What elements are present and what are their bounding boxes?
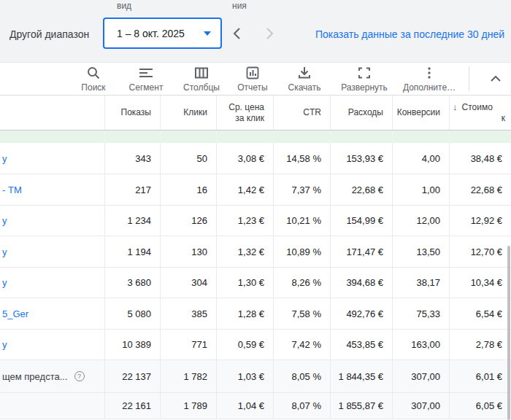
header-cell-impressions[interactable]: Показы — [104, 96, 160, 130]
cell-cost_per_conv: 6,54 € — [449, 298, 511, 329]
cell-cost_per_conv: 10,34 € — [449, 268, 511, 298]
header-cell-cost_per_conv[interactable]: ↓Стоимок — [449, 96, 511, 130]
cell-conversions: 4,00 — [392, 143, 449, 174]
table-row: - ТМ217161,42 €7,37 %22,68 €1,0022,68 € — [0, 174, 511, 206]
cell-impressions: 1 234 — [104, 206, 160, 236]
collapse-table-button[interactable] — [484, 67, 507, 90]
totals-label: щем предста... — [2, 371, 68, 382]
green-band-cell — [273, 131, 330, 143]
sort-descending-icon: ↓ — [453, 101, 458, 113]
campaign-link[interactable]: у — [2, 339, 7, 350]
vertical-scrollbar-thumb[interactable] — [507, 246, 510, 420]
cell-impressions: 3 680 — [104, 268, 160, 298]
cell-conversions: 75,33 — [392, 298, 449, 329]
green-band-cell — [216, 131, 273, 143]
green-band-cell — [449, 131, 511, 143]
table-row: у343503,08 €14,58 %153,93 €4,0038,48 € — [0, 143, 511, 174]
download-button[interactable]: Скачать — [276, 66, 333, 93]
campaign-link[interactable]: у — [2, 153, 7, 164]
row-label-cell: у — [0, 268, 104, 298]
next-period-button[interactable] — [261, 26, 277, 42]
table-row: у1 1941301,32 €10,89 %171,47 €13,5012,70… — [0, 236, 511, 268]
row-label-cell: у — [0, 236, 104, 267]
cell-conversions: 307,00 — [392, 393, 449, 419]
cell-ctr: 10,89 % — [273, 236, 330, 267]
cell-ctr: 7,37 % — [273, 174, 330, 205]
expand-button[interactable]: Развернуть — [333, 66, 396, 93]
cell-conversions: 307,00 — [392, 360, 449, 392]
reports-button[interactable]: Отчеты — [229, 66, 276, 93]
chevron-up-icon — [490, 75, 502, 82]
cell-avg_cpc: 1,23 € — [216, 206, 273, 236]
totals-label-cell: щем предста...? — [0, 360, 104, 392]
row-label-cell: у — [0, 143, 104, 174]
campaign-link[interactable]: у — [2, 246, 7, 257]
chevron-left-icon — [232, 27, 242, 40]
cell-clicks: 50 — [160, 143, 216, 174]
campaign-link[interactable]: у — [2, 277, 7, 288]
cell-impressions: 5 080 — [104, 298, 160, 329]
cell-cost: 22,68 € — [330, 174, 392, 205]
cell-cost: 492,76 € — [330, 298, 392, 329]
header-sorted-line1: ↓Стоимо — [453, 101, 505, 113]
help-icon[interactable]: ? — [74, 371, 85, 381]
row-label-cell: 5_Ger — [0, 298, 104, 329]
totals-row: 22 1611 7891,04 €8,07 %1 855,87 €307,006… — [0, 393, 511, 419]
header-cell-ctr[interactable]: CTR — [273, 96, 330, 130]
search-icon — [86, 66, 101, 80]
cell-impressions: 22 161 — [104, 393, 160, 419]
cell-conversions: 163,00 — [392, 330, 449, 359]
cell-ctr: 7,42 % — [273, 330, 330, 359]
cell-impressions: 1 194 — [104, 236, 160, 267]
cell-cost: 394,68 € — [330, 268, 392, 298]
cell-ctr: 10,21 % — [273, 206, 330, 236]
date-range-picker[interactable]: 1 – 8 окт. 2025 — [103, 18, 222, 49]
cell-avg_cpc: 1,04 € — [216, 393, 273, 419]
cell-ctr: 8,05 % — [273, 360, 330, 392]
previous-period-button[interactable] — [229, 26, 245, 42]
segment-button[interactable]: Сегмент — [118, 66, 174, 93]
totals-row: щем предста...?22 1371 7821,03 €8,05 %1 … — [0, 360, 511, 393]
show-last-30-days-link[interactable]: Показать данные за последние 30 дней — [315, 28, 504, 40]
header-cell-clicks[interactable]: Клики — [160, 96, 216, 130]
campaign-link[interactable]: у — [2, 215, 7, 226]
cell-cost: 1 855,87 € — [330, 393, 392, 419]
header-cell-avg_cpc[interactable]: Ср. цена за клик — [216, 96, 273, 130]
campaign-link[interactable]: - ТМ — [2, 184, 22, 195]
cell-avg_cpc: 1,28 € — [216, 298, 273, 329]
search-label: Поиск — [81, 82, 105, 93]
header-label-line2: к — [453, 113, 505, 124]
row-label-cell: у — [0, 330, 104, 359]
header-cell-conversions[interactable]: Конверсии — [392, 96, 449, 130]
caret-down-icon — [204, 31, 211, 36]
cell-cost_per_conv: 12,70 € — [449, 236, 511, 267]
more-label: Дополните… — [403, 82, 456, 93]
more-button[interactable]: Дополните… — [396, 66, 463, 93]
row-label-cell: у — [0, 206, 104, 236]
search-button[interactable]: Поиск — [69, 66, 118, 93]
green-band-cell — [392, 131, 449, 143]
cell-cost_per_conv: 6,05 € — [449, 393, 511, 419]
green-band-cell — [160, 131, 216, 143]
campaigns-table: ПоказыКликиСр. цена за кликCTRРасходыКон… — [0, 95, 511, 419]
header-cell-name — [0, 96, 104, 130]
cell-cost: 171,47 € — [330, 236, 392, 267]
date-range-value: 1 – 8 окт. 2025 — [117, 28, 185, 39]
truncated-label-vid: вид — [117, 1, 131, 11]
green-band-cell — [0, 131, 104, 143]
cell-avg_cpc: 1,03 € — [216, 360, 273, 392]
cell-impressions: 10 389 — [104, 330, 160, 359]
columns-label: Столбцы — [183, 82, 220, 93]
campaign-link[interactable]: 5_Ger — [2, 308, 28, 319]
green-summary-band — [0, 131, 511, 143]
cell-clicks: 130 — [160, 236, 216, 267]
row-label-cell: - ТМ — [0, 174, 104, 205]
columns-button[interactable]: Столбцы — [174, 66, 229, 93]
header-cell-cost[interactable]: Расходы — [330, 96, 392, 130]
reports-icon — [245, 66, 260, 80]
green-band-cell — [330, 131, 392, 143]
cell-impressions: 343 — [104, 143, 160, 174]
cell-avg_cpc: 1,42 € — [216, 174, 273, 205]
cell-clicks: 385 — [160, 298, 216, 329]
header-label: Стоимо — [462, 102, 493, 113]
